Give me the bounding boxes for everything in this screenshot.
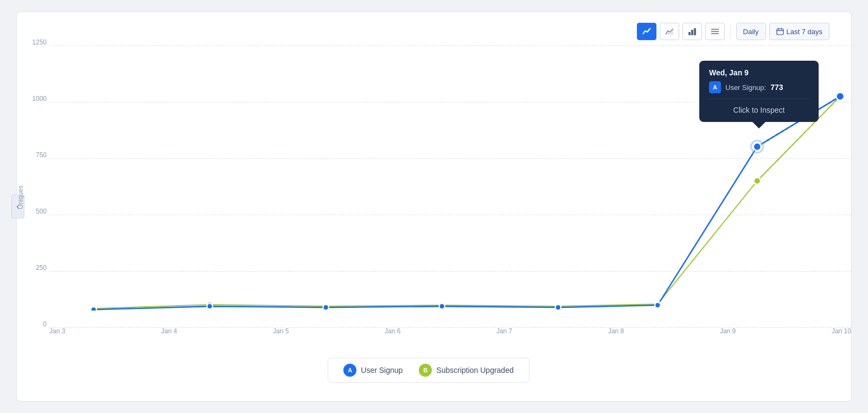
tooltip-inspect[interactable]: Click to Inspect	[709, 104, 809, 114]
line-chart-btn[interactable]	[637, 23, 656, 40]
calendar-icon	[776, 28, 784, 35]
chart-tooltip[interactable]: Wed, Jan 9 A User Signup: 773 Click to I…	[699, 61, 819, 122]
area-chart-btn[interactable]	[660, 23, 679, 40]
legend-box: A User Signup B Subscription Upgraded	[328, 358, 529, 383]
series-a-dot-jan9[interactable]	[754, 143, 761, 150]
series-b-line	[94, 96, 840, 308]
svg-rect-3	[694, 28, 696, 35]
legend: A User Signup B Subscription Upgraded	[22, 358, 835, 383]
x-label-jan10: Jan 10	[832, 327, 851, 349]
series-a-dot-jan3[interactable]	[91, 307, 96, 311]
daily-btn[interactable]: Daily	[736, 23, 766, 40]
tooltip-event-value: 773	[770, 83, 783, 92]
svg-rect-7	[777, 29, 783, 35]
series-a-dot-jan8[interactable]	[655, 302, 660, 308]
toolbar: Daily Last 7 days	[22, 23, 835, 40]
series-a-dot-jan5[interactable]	[323, 305, 329, 310]
tooltip-event-label: User Signup:	[725, 83, 766, 92]
x-labels: Jan 3 Jan 4 Jan 5 Jan 6 Jan 7 Jan 8 Jan …	[49, 327, 851, 349]
table-btn[interactable]	[705, 23, 725, 40]
date-range-btn[interactable]: Last 7 days	[769, 23, 830, 40]
tooltip-event-row: A User Signup: 773	[709, 81, 809, 93]
x-label-jan9: Jan 9	[720, 327, 736, 349]
chart-container: Daily Last 7 days ‹ Uniques 1250 1000	[16, 11, 852, 402]
tooltip-arrow	[752, 122, 765, 128]
legend-badge-b: B	[419, 364, 432, 377]
series-a-dot-jan6[interactable]	[439, 304, 445, 309]
x-label-jan6: Jan 6	[385, 327, 400, 349]
series-a-dot-jan10[interactable]	[836, 93, 844, 100]
legend-badge-a: A	[343, 364, 356, 377]
x-label-jan7: Jan 7	[496, 327, 512, 349]
series-a-line	[94, 96, 840, 309]
svg-rect-2	[691, 30, 693, 35]
tooltip-date: Wed, Jan 9	[709, 68, 809, 77]
x-label-jan4: Jan 4	[161, 327, 177, 349]
legend-label-a: User Signup	[361, 366, 403, 375]
y-axis-label: Uniques	[17, 185, 24, 209]
x-label-jan8: Jan 8	[608, 327, 624, 349]
tooltip-badge: A	[709, 81, 721, 93]
x-label-jan3: Jan 3	[49, 327, 65, 349]
legend-item-b[interactable]: B Subscription Upgraded	[419, 364, 513, 377]
series-b-dot-jan9[interactable]	[754, 178, 761, 184]
legend-label-b: Subscription Upgraded	[436, 366, 513, 375]
x-label-jan5: Jan 5	[273, 327, 289, 349]
toolbar-separator	[730, 25, 731, 38]
legend-item-a[interactable]: A User Signup	[343, 364, 403, 377]
tooltip-divider	[709, 99, 809, 99]
series-a-dot-jan7[interactable]	[556, 305, 561, 310]
series-a-dot-jan4[interactable]	[207, 304, 213, 309]
chart-area: Uniques 1250 1000 750 500 250	[39, 46, 851, 349]
bar-chart-btn[interactable]	[682, 23, 702, 40]
svg-rect-1	[688, 32, 691, 35]
